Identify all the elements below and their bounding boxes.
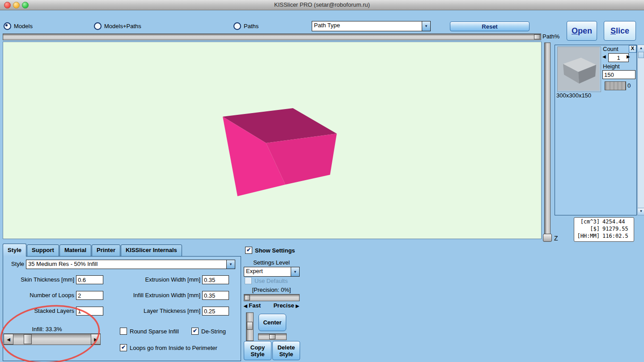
count-decrement-icon[interactable]: ◀ bbox=[602, 54, 606, 59]
fast-label: Fast bbox=[249, 302, 261, 309]
path-type-dropdown[interactable]: Path Type ▼ bbox=[312, 21, 431, 31]
3d-model-box bbox=[3, 42, 540, 238]
number-of-loops-input[interactable] bbox=[76, 291, 103, 300]
close-model-button[interactable]: X bbox=[629, 45, 636, 53]
check-icon: ✔ bbox=[191, 328, 199, 335]
vertical-adjust-slider-handle[interactable] bbox=[247, 322, 253, 330]
open-label: pen bbox=[578, 26, 592, 36]
loops-inside-to-perimeter-checkbox[interactable]: ✔ Loops go from Inside to Perimeter bbox=[120, 344, 217, 351]
use-defaults-checkbox[interactable]: Use Defaults bbox=[245, 277, 288, 284]
tab-material[interactable]: Material bbox=[59, 244, 91, 257]
precision-slider-handle[interactable] bbox=[245, 295, 250, 300]
infill-extrusion-width-input[interactable] bbox=[202, 291, 229, 300]
vertical-adjust-slider[interactable] bbox=[246, 312, 254, 341]
use-defaults-label: Use Defaults bbox=[254, 278, 288, 284]
round-sparse-infill-checkbox[interactable]: Round Sparse Infill bbox=[120, 328, 179, 335]
infill-slider[interactable]: ◀ ▶ bbox=[4, 333, 101, 345]
radio-models-paths-circle bbox=[94, 22, 102, 30]
open-mnemonic: O bbox=[572, 26, 578, 36]
precision-slider[interactable] bbox=[244, 294, 300, 301]
model-viewport[interactable] bbox=[3, 42, 542, 239]
count-label: Count bbox=[603, 46, 619, 52]
scroll-up-icon[interactable]: ▲ bbox=[637, 45, 644, 52]
close-window-button[interactable] bbox=[4, 2, 11, 8]
layers-count-value: 0 bbox=[627, 82, 631, 89]
scroll-down-icon[interactable]: ▼ bbox=[637, 208, 644, 215]
destring-checkbox[interactable]: ✔ De-String bbox=[191, 328, 226, 335]
kisslicer-window: { "window": { "title": "KISSlicer PRO (s… bbox=[0, 0, 644, 362]
slice-label: lice bbox=[616, 26, 629, 36]
extrusion-width-label: Extrusion Width [mm] bbox=[114, 276, 200, 283]
radio-paths[interactable]: Paths bbox=[233, 22, 258, 30]
delete-style-label: Delete Style bbox=[275, 344, 297, 358]
z-slider[interactable] bbox=[544, 42, 551, 235]
chevron-down-icon[interactable]: ▼ bbox=[291, 267, 299, 276]
fast-precise-row: ◀ Fast Precise ▶ bbox=[244, 302, 299, 309]
open-button[interactable]: Open bbox=[567, 21, 597, 41]
path-type-value: Path Type bbox=[312, 21, 422, 31]
estimate-cost: [$] 91279.55 bbox=[576, 225, 632, 232]
path-percent-slider[interactable] bbox=[3, 34, 541, 40]
slice-button[interactable]: Slice bbox=[604, 21, 636, 41]
stacked-layers-input[interactable] bbox=[76, 307, 103, 316]
estimate-volume: [cm^3] 4254.44 bbox=[576, 218, 632, 225]
precision-label: [Precision: 0%] bbox=[244, 286, 299, 293]
zoom-window-button[interactable] bbox=[22, 2, 29, 8]
radio-paths-circle bbox=[233, 22, 241, 30]
horizontal-adjust-slider[interactable] bbox=[258, 333, 287, 340]
fast-side: ◀ Fast bbox=[244, 302, 261, 309]
models-scrollbar[interactable] bbox=[637, 45, 644, 215]
height-input[interactable] bbox=[602, 70, 636, 79]
path-percent-slider-handle[interactable] bbox=[534, 34, 540, 39]
copy-style-button[interactable]: Copy Style bbox=[244, 341, 271, 360]
infill-slider-handle[interactable] bbox=[24, 334, 32, 344]
layer-thickness-label: Layer Thickness [mm] bbox=[114, 307, 200, 314]
z-slider-handle[interactable] bbox=[543, 234, 552, 242]
estimate-volume-value: 4254.44 bbox=[600, 218, 625, 225]
tab-support[interactable]: Support bbox=[27, 244, 59, 257]
reset-button[interactable]: Reset bbox=[450, 21, 530, 31]
radio-models-paths[interactable]: Models+Paths bbox=[94, 22, 141, 30]
delete-style-button[interactable]: Delete Style bbox=[272, 341, 300, 360]
settings-level-dropdown[interactable]: Expert ▼ bbox=[244, 267, 300, 277]
minimize-window-button[interactable] bbox=[13, 2, 20, 8]
title-bar: KISSlicer PRO (setar@roboforum.ru) bbox=[0, 0, 644, 10]
style-dropdown[interactable]: 35 Medium Res - 50% Infill ▼ bbox=[26, 260, 235, 269]
stacked-layers-label: Stacked Layers bbox=[4, 307, 74, 314]
radio-models-label: Models bbox=[14, 23, 33, 29]
check-icon: ✔ bbox=[120, 344, 127, 351]
infill-extrusion-width-label: Infill Extrusion Width [mm] bbox=[114, 292, 200, 299]
estimate-cost-value: 91279.55 bbox=[600, 225, 628, 232]
radio-models[interactable]: Models bbox=[4, 22, 33, 30]
precise-side: Precise ▶ bbox=[273, 302, 299, 309]
count-input[interactable] bbox=[608, 53, 629, 62]
estimate-volume-label: [cm^3] bbox=[576, 218, 600, 225]
infill-slider-left-icon[interactable]: ◀ bbox=[4, 334, 13, 345]
center-button[interactable]: Center bbox=[258, 314, 286, 331]
show-settings-checkbox[interactable]: ✔ Show Settings bbox=[245, 247, 295, 254]
destring-label: De-String bbox=[201, 328, 226, 335]
infill-slider-right-icon[interactable]: ▶ bbox=[91, 334, 101, 345]
radio-paths-label: Paths bbox=[244, 23, 258, 29]
extrusion-width-input[interactable] bbox=[202, 275, 229, 284]
layer-thickness-input[interactable] bbox=[202, 307, 229, 316]
model-thumbnail[interactable] bbox=[557, 46, 601, 92]
number-of-loops-label: Number of Loops bbox=[4, 292, 74, 299]
count-increment-icon[interactable]: ▶ bbox=[627, 54, 630, 59]
radio-models-paths-label: Models+Paths bbox=[104, 23, 141, 29]
barcode-icon[interactable] bbox=[605, 81, 626, 90]
window-title: KISSlicer PRO (setar@roboforum.ru) bbox=[0, 0, 644, 9]
style-dropdown-label: Style bbox=[3, 261, 24, 267]
path-percent-label: Path% bbox=[542, 33, 559, 40]
round-sparse-infill-label: Round Sparse Infill bbox=[130, 328, 179, 335]
horizontal-adjust-slider-handle[interactable] bbox=[269, 334, 275, 339]
skin-thickness-input[interactable] bbox=[76, 275, 103, 284]
tab-printer[interactable]: Printer bbox=[92, 244, 120, 257]
tab-kisslicer-internals[interactable]: KISSlicer Internals bbox=[121, 244, 182, 257]
chevron-down-icon[interactable]: ▼ bbox=[226, 260, 235, 269]
fast-arrow-icon: ◀ bbox=[244, 303, 247, 308]
infill-percent-label: Infill: 33.3% bbox=[18, 326, 76, 333]
chevron-down-icon[interactable]: ▼ bbox=[422, 21, 430, 31]
tab-style[interactable]: Style bbox=[3, 244, 26, 257]
estimate-time-value: 116:02.5 bbox=[600, 232, 628, 240]
